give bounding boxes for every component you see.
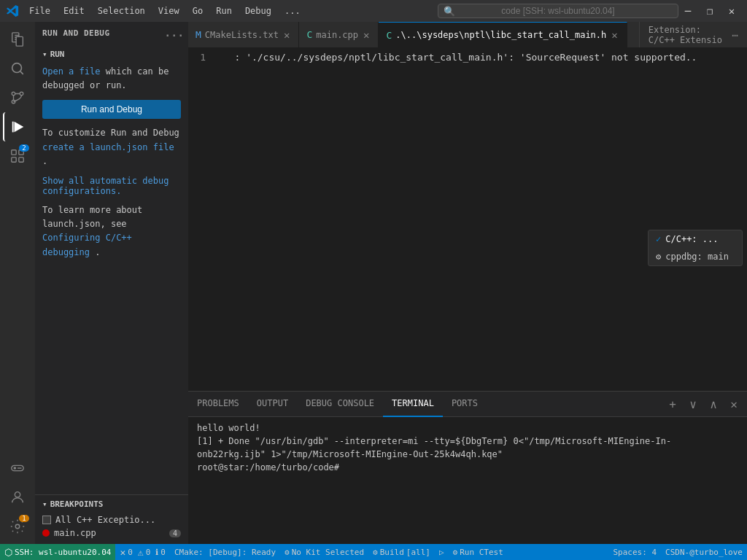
breakpoints-header[interactable]: ▾ BREAKPOINTS: [42, 499, 181, 509]
menu-edit[interactable]: Edit: [58, 4, 90, 18]
warning-count: 0: [146, 548, 151, 557]
status-cmake[interactable]: CMake: [Debug]: Ready: [170, 544, 280, 560]
title-bar: File Edit Selection View Go Run Debug ..…: [0, 0, 747, 22]
activity-remote[interactable]: [3, 454, 32, 483]
terminal-tab-problems[interactable]: PROBLEMS: [188, 392, 248, 417]
open-file-link[interactable]: Open a file: [42, 66, 100, 77]
svg-point-15: [15, 492, 20, 497]
breakpoints-section: ▾ BREAKPOINTS All C++ Exceptio... main.c…: [35, 494, 188, 544]
create-launch-json-link[interactable]: create a launch.json file: [42, 142, 174, 152]
close-button[interactable]: ✕: [722, 4, 741, 18]
svg-point-2: [12, 63, 22, 73]
terminal-dropdown: ✓ C/C++: ... ⚙ cppdbg: main: [648, 230, 743, 266]
tab-cmake[interactable]: M CMakeLists.txt ✕: [188, 22, 299, 47]
activity-explorer[interactable]: [3, 25, 32, 54]
terminal-area: PROBLEMS OUTPUT DEBUG CONSOLE TERMINAL P…: [188, 391, 747, 544]
terminal-line-1: [1] + Done "/usr/bin/gdb" --interpreter=…: [197, 435, 738, 461]
dropdown-cpp-item[interactable]: ✓ C/C++: ...: [649, 230, 742, 248]
breakpoints-label: BREAKPOINTS: [50, 499, 104, 509]
settings-badge: 1: [19, 515, 29, 522]
terminal-maximize-button[interactable]: ∧: [705, 395, 722, 413]
main-cpp-tab-close[interactable]: ✕: [362, 29, 371, 41]
run-ctest-icon: ⚙: [453, 548, 458, 557]
cmake-tab-close[interactable]: ✕: [282, 29, 291, 41]
status-no-kit[interactable]: ⚙ No Kit Selected: [280, 544, 368, 560]
line-number-1: 1: [188, 50, 217, 65]
menu-run[interactable]: Run: [210, 4, 238, 18]
sidebar-header-icons: ...: [168, 26, 181, 39]
title-search-input[interactable]: [438, 4, 678, 18]
status-run-ctest[interactable]: ⚙ Run CTest: [449, 544, 508, 560]
run-learn-text: To learn more about launch.json, see Con…: [42, 203, 181, 260]
warning-icon: ⚠: [138, 547, 144, 558]
status-right-info[interactable]: CSDN-@turbo_love: [661, 544, 747, 560]
svg-rect-11: [19, 158, 23, 162]
terminal-content[interactable]: hello world! [1] + Done "/usr/bin/gdb" -…: [188, 417, 747, 544]
tab-main-cpp[interactable]: C main.cpp ✕: [299, 22, 379, 47]
remote-label: SSH: wsl-ubuntu20.04: [15, 548, 111, 557]
libc-tab-close[interactable]: ✕: [610, 29, 619, 41]
minimize-button[interactable]: ─: [678, 4, 697, 18]
activity-source-control[interactable]: [3, 83, 32, 112]
svg-rect-8: [12, 150, 16, 155]
terminal-tab-ports[interactable]: PORTS: [443, 392, 487, 417]
menu-bar: File Edit Selection View Go Run Debug ..…: [23, 4, 438, 18]
activity-extensions[interactable]: 2: [3, 141, 32, 171]
run-section-header[interactable]: ▾ RUN: [42, 50, 181, 59]
menu-more[interactable]: ...: [279, 4, 306, 18]
error-icon: ✕: [120, 547, 125, 558]
right-info-label: CSDN-@turbo_love: [665, 548, 743, 557]
code-line-1: 1 : './csu/../sysdeps/nptl/libc_start_ca…: [188, 50, 747, 65]
activity-run-debug[interactable]: [3, 112, 32, 141]
menu-file[interactable]: File: [23, 4, 56, 18]
run-open-file-text: Open a file which can be debugged or run…: [42, 65, 181, 93]
info-icon: ℹ: [155, 548, 158, 557]
ext-tab-label: Extension: C/C++ Extensio: [649, 25, 727, 45]
run-debug-button[interactable]: Run and Debug: [42, 100, 181, 119]
build-all-label: [all]: [406, 548, 430, 557]
bp-chevron-icon: ▾: [42, 499, 47, 509]
status-spaces[interactable]: Spaces: 4: [608, 544, 661, 560]
menu-go[interactable]: Go: [187, 4, 209, 18]
show-auto-debug-link[interactable]: Show all automatic debug configurations.: [42, 176, 181, 196]
line-content-1: : './csu/../sysdeps/nptl/libc_start_call…: [217, 50, 697, 65]
workspace: 2 1 RUN AND DEBUG ... ▾ RUN: [0, 22, 747, 544]
terminal-split-button[interactable]: ∨: [684, 395, 702, 413]
kit-icon: ⚙: [285, 548, 290, 557]
status-play[interactable]: ▷: [435, 544, 449, 560]
sidebar-more-button[interactable]: ...: [168, 26, 181, 39]
configure-cpp-link[interactable]: Configuring C/C++ debugging: [42, 233, 132, 257]
error-count: 0: [128, 548, 133, 557]
status-errors[interactable]: ✕ 0 ⚠ 0 ℹ 0: [115, 544, 170, 560]
ext-tab-close[interactable]: ⋯: [731, 29, 740, 41]
dropdown-cppdbg-item[interactable]: ⚙ cppdbg: main: [649, 248, 742, 265]
tab-libc-start[interactable]: C .\..\sysdeps\nptl\libc_start_call_main…: [379, 22, 627, 47]
activity-search[interactable]: [3, 54, 32, 83]
terminal-tab-debug-console[interactable]: DEBUG CONSOLE: [297, 392, 383, 417]
libc-tab-icon: C: [386, 30, 392, 41]
build-label: Build: [380, 548, 404, 557]
restore-button[interactable]: ❐: [700, 4, 719, 18]
build-icon: ⚙: [373, 548, 378, 557]
terminal-close-button[interactable]: ✕: [725, 395, 743, 413]
menu-selection[interactable]: Selection: [92, 4, 151, 18]
terminal-new-button[interactable]: +: [664, 395, 681, 413]
cmake-label: CMake: [Debug]: Ready: [174, 548, 276, 557]
menu-debug[interactable]: Debug: [239, 4, 277, 18]
terminal-tab-bar: PROBLEMS OUTPUT DEBUG CONSOLE TERMINAL P…: [188, 392, 747, 417]
bp-all-cpp-checkbox[interactable]: [42, 516, 51, 524]
breakpoint-all-cpp: All C++ Exceptio...: [42, 513, 181, 526]
bp-main-cpp-label: main.cpp: [54, 528, 96, 538]
terminal-tab-terminal[interactable]: TERMINAL: [383, 392, 443, 417]
svg-point-3: [12, 92, 15, 96]
editor-content[interactable]: 1 : './csu/../sysdeps/nptl/libc_start_ca…: [188, 47, 747, 391]
menu-view[interactable]: View: [152, 4, 185, 18]
tab-extension[interactable]: Extension: C/C++ Extensio ⋯: [641, 22, 747, 47]
status-remote[interactable]: ⬡ SSH: wsl-ubuntu20.04: [0, 544, 115, 560]
search-icon: 🔍: [444, 6, 455, 17]
terminal-tab-output[interactable]: OUTPUT: [248, 392, 297, 417]
activity-account[interactable]: [3, 483, 32, 512]
status-bar: ⬡ SSH: wsl-ubuntu20.04 ✕ 0 ⚠ 0 ℹ 0 CMake…: [0, 544, 747, 560]
activity-settings[interactable]: 1: [3, 512, 32, 541]
status-build[interactable]: ⚙ Build [all]: [368, 544, 435, 560]
